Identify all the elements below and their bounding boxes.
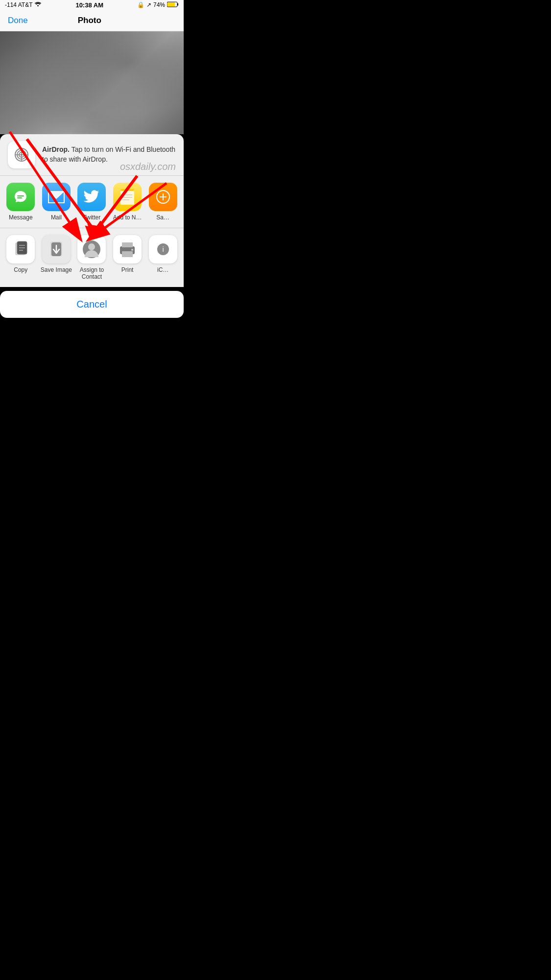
action-item-save-image[interactable]: Save Image <box>40 235 73 273</box>
battery-text: 74% <box>153 1 165 8</box>
action-item-ic[interactable]: i iC… <box>146 235 180 273</box>
done-button[interactable]: Done <box>8 16 28 25</box>
actions-row: Copy Save Image <box>0 228 184 287</box>
action-label-print: Print <box>121 266 134 273</box>
svg-rect-16 <box>120 191 134 205</box>
app-item-mail[interactable]: Mail <box>40 183 73 221</box>
app-label-notes: Add to N… <box>113 214 142 221</box>
watermark: osxdaily.com <box>120 161 176 172</box>
cancel-button[interactable]: Cancel <box>0 291 184 318</box>
battery-icon <box>167 1 179 9</box>
app-item-message[interactable]: Message <box>4 183 38 221</box>
app-label-message: Message <box>9 214 33 221</box>
svg-rect-1 <box>177 3 178 5</box>
app-label-mail: Mail <box>51 214 62 221</box>
action-label-copy: Copy <box>14 266 27 273</box>
app-item-notes[interactable]: Add to N… <box>111 183 144 221</box>
action-item-assign-contact[interactable]: Assign to Contact <box>75 235 109 280</box>
airdrop-icon <box>8 141 35 168</box>
action-item-copy[interactable]: Copy <box>4 235 38 273</box>
apps-row: Message Mail Twitter Add t <box>0 176 184 228</box>
action-label-ic: iC… <box>157 266 168 273</box>
lock-icon: 🔒 <box>137 1 144 8</box>
svg-rect-33 <box>122 251 133 257</box>
location-icon: ↗ <box>146 1 151 8</box>
svg-point-31 <box>88 243 95 250</box>
svg-rect-34 <box>122 242 133 247</box>
app-label-twitter: Twitter <box>83 214 100 221</box>
nav-title: Photo <box>78 16 101 25</box>
svg-point-35 <box>131 249 133 251</box>
svg-text:i: i <box>162 245 164 253</box>
airdrop-row[interactable]: AirDrop. Tap to turn on Wi-Fi and Blueto… <box>0 134 184 176</box>
photo-area <box>0 31 184 134</box>
status-time: 10:38 AM <box>75 1 103 9</box>
svg-rect-2 <box>168 2 175 6</box>
app-label-more: Sa… <box>156 214 169 221</box>
action-item-print[interactable]: Print <box>111 235 144 273</box>
app-item-twitter[interactable]: Twitter <box>75 183 109 221</box>
action-label-assign-contact: Assign to Contact <box>80 266 104 280</box>
carrier-text: -114 AT&T <box>5 1 32 8</box>
app-item-more[interactable]: Sa… <box>146 183 180 221</box>
action-label-save-image: Save Image <box>41 266 72 273</box>
status-bar: -114 AT&T 10:38 AM 🔒 ↗ 74% <box>0 0 184 10</box>
share-sheet-overlay: AirDrop. Tap to turn on Wi-Fi and Blueto… <box>0 134 184 327</box>
nav-bar: Done Photo <box>0 10 184 31</box>
share-sheet: AirDrop. Tap to turn on Wi-Fi and Blueto… <box>0 134 184 287</box>
wifi-icon <box>34 1 42 8</box>
